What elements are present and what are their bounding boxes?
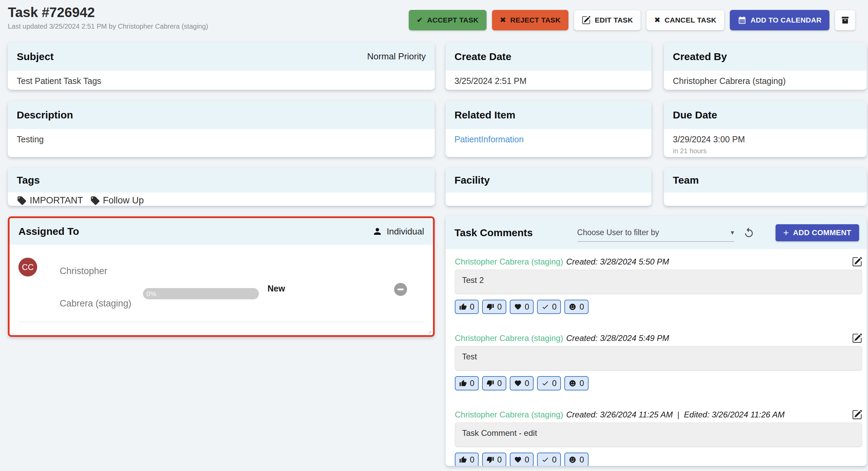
comment-author-link[interactable]: Christopher Cabrera (staging) — [455, 410, 563, 420]
assignee-name-line1: Christopher — [60, 266, 107, 276]
assignee-progress-bar: 0% — [143, 288, 259, 299]
create-date-title: Create Date — [454, 51, 511, 62]
check-reaction-button[interactable]: 0 — [537, 300, 561, 314]
reset-filter-button[interactable] — [743, 227, 755, 239]
add-comment-button[interactable]: + ADD COMMENT — [776, 224, 859, 241]
smiley-reaction-button[interactable]: 0 — [564, 300, 588, 314]
reaction-bar: 0 0 0 0 0 — [455, 453, 862, 466]
thumbs-up-icon — [459, 380, 467, 387]
accept-task-button[interactable]: ✔ ACCEPT TASK — [409, 10, 487, 30]
undo-icon — [743, 227, 755, 239]
tags-list: IMPORTANT Follow Up — [8, 192, 435, 206]
comment-author-link[interactable]: Christopher Cabrera (staging) — [455, 333, 563, 343]
edit-task-button[interactable]: EDIT TASK — [574, 10, 641, 30]
check-icon — [541, 380, 549, 387]
assigned-to-card-header: Assigned To Individual — [10, 218, 433, 245]
due-date-card: Due Date 3/29/2024 3:00 PM in 21 hours — [664, 101, 867, 157]
comment-body: Test 2 — [455, 270, 862, 294]
add-to-calendar-button[interactable]: ADD TO CALENDAR — [730, 10, 829, 30]
thumbs-up-reaction-button[interactable]: 0 — [455, 300, 479, 314]
related-item-card: Related Item PatientInformation — [446, 101, 651, 157]
smiley-reaction-button[interactable]: 0 — [564, 453, 588, 466]
edit-task-label: EDIT TASK — [595, 16, 633, 24]
thumbs-down-icon — [487, 380, 494, 387]
user-filter-select[interactable]: Choose User to filter by ▾ — [577, 224, 734, 242]
comment-meta: Christopher Cabrera (staging) Created: 3… — [455, 410, 862, 420]
thumbs-down-reaction-button[interactable]: 0 — [482, 453, 506, 466]
smiley-icon — [569, 303, 576, 311]
team-card-header: Team — [664, 168, 867, 192]
tags-title: Tags — [17, 174, 40, 186]
reaction-count: 0 — [525, 302, 529, 312]
edit-icon — [852, 333, 862, 343]
reject-task-label: REJECT TASK — [510, 16, 561, 24]
reaction-count: 0 — [552, 455, 556, 465]
add-to-calendar-label: ADD TO CALENDAR — [751, 16, 822, 24]
assignee-name-line2: Cabrera (staging) — [60, 298, 131, 309]
comment-meta: Christopher Cabrera (staging) Created: 3… — [455, 257, 862, 267]
related-item-link[interactable]: PatientInformation — [454, 134, 524, 144]
subject-value: Test Patient Task Tags — [8, 71, 435, 90]
thumbs-up-reaction-button[interactable]: 0 — [455, 376, 479, 390]
comment-body: Task Comment - edit — [455, 423, 862, 447]
task-comments-card: Task Comments Choose User to filter by ▾… — [446, 216, 867, 466]
tag-chip: Follow Up — [90, 195, 144, 206]
add-comment-label: ADD COMMENT — [793, 228, 851, 237]
remove-assignee-button[interactable] — [394, 283, 407, 296]
user-filter-placeholder: Choose User to filter by — [577, 228, 659, 237]
edit-comment-button[interactable] — [852, 410, 862, 420]
x-icon: ✖ — [500, 16, 506, 24]
reaction-count: 0 — [470, 302, 474, 312]
create-date-card: Create Date 3/25/2024 2:51 PM — [446, 42, 651, 90]
heart-reaction-button[interactable]: 0 — [510, 300, 534, 314]
assignee-avatar: CC — [18, 258, 37, 276]
check-icon: ✔ — [417, 16, 423, 24]
smiley-reaction-button[interactable]: 0 — [564, 376, 588, 390]
created-by-value: Christopher Cabrera (staging) — [664, 71, 867, 90]
heart-reaction-button[interactable]: 0 — [510, 376, 534, 390]
reaction-bar: 0 0 0 0 0 — [455, 300, 862, 314]
chevron-down-icon: ▾ — [730, 228, 734, 237]
create-date-card-header: Create Date — [446, 42, 651, 71]
title-block: Task #726942 Last updated 3/25/2024 2:51… — [8, 3, 208, 30]
smiley-icon — [569, 380, 576, 387]
subject-card: Subject Normal Priority Test Patient Tas… — [8, 42, 435, 90]
team-value — [664, 192, 867, 203]
due-date-card-header: Due Date — [664, 101, 867, 129]
check-reaction-button[interactable]: 0 — [537, 376, 561, 390]
reaction-count: 0 — [525, 455, 529, 465]
comment-created: Created: 3/28/2024 5:50 PM — [566, 257, 669, 267]
related-item-card-header: Related Item — [446, 101, 651, 129]
thumbs-down-icon — [487, 456, 494, 463]
assignment-mode-label: Individual — [387, 226, 424, 237]
comments-list: Christopher Cabrera (staging) Created: 3… — [446, 249, 867, 466]
thumbs-down-reaction-button[interactable]: 0 — [482, 300, 506, 314]
due-date-title: Due Date — [673, 109, 717, 121]
related-item-title: Related Item — [454, 109, 515, 121]
team-card: Team — [664, 168, 867, 206]
heart-icon — [514, 380, 522, 387]
archive-task-button[interactable] — [835, 10, 855, 30]
check-icon — [541, 303, 549, 311]
comment-author-link[interactable]: Christopher Cabrera (staging) — [455, 257, 563, 267]
reaction-bar: 0 0 0 0 0 — [455, 376, 862, 390]
assignment-mode: Individual — [372, 226, 424, 237]
page-title: Task #726942 — [8, 3, 208, 21]
comment-item: Christopher Cabrera (staging) Created: 3… — [455, 410, 862, 466]
facility-title: Facility — [454, 174, 490, 186]
edit-comment-button[interactable] — [852, 333, 862, 343]
reject-task-button[interactable]: ✖ REJECT TASK — [492, 10, 568, 30]
edit-comment-button[interactable] — [852, 257, 862, 267]
resize-handle[interactable] — [426, 329, 431, 333]
thumbs-up-icon — [459, 456, 467, 463]
heart-reaction-button[interactable]: 0 — [510, 453, 534, 466]
cancel-task-button[interactable]: ✖ CANCEL TASK — [646, 10, 724, 30]
subject-title: Subject — [17, 51, 54, 62]
calendar-icon — [738, 16, 747, 25]
task-comments-header: Task Comments Choose User to filter by ▾… — [446, 216, 867, 249]
reaction-count: 0 — [579, 379, 584, 388]
thumbs-up-reaction-button[interactable]: 0 — [455, 453, 479, 466]
reaction-count: 0 — [497, 379, 502, 388]
check-reaction-button[interactable]: 0 — [537, 453, 561, 466]
thumbs-down-reaction-button[interactable]: 0 — [482, 376, 506, 390]
